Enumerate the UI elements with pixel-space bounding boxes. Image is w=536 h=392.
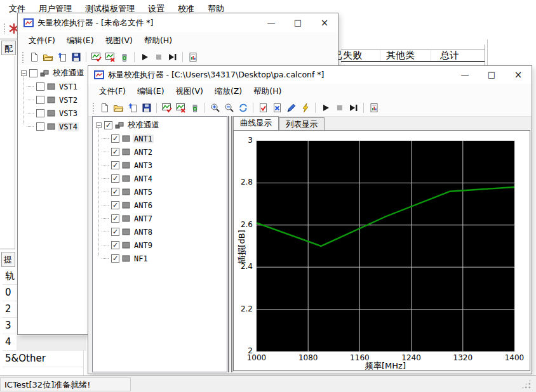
list-item[interactable]: 5&Other — [3, 351, 83, 367]
tree-item[interactable]: ✓ANT2 — [96, 145, 227, 159]
tree-item[interactable]: ✓ANT1 — [96, 132, 227, 145]
tree-root-label[interactable]: 校准通道 — [51, 68, 86, 79]
menu-edit[interactable]: 编辑(E) — [131, 86, 170, 97]
checkbox-checked[interactable]: ✓ — [111, 241, 119, 249]
tree-item-label[interactable]: ANT8 — [133, 228, 154, 237]
play-icon[interactable] — [319, 101, 332, 114]
tree-item[interactable]: ✓NF1 — [96, 252, 227, 265]
menu-help[interactable]: 帮助(H) — [138, 36, 178, 46]
step-icon[interactable] — [166, 51, 178, 63]
import-file-icon[interactable] — [126, 101, 138, 114]
collapse-icon[interactable]: − — [96, 122, 102, 128]
table-header-failed[interactable]: 失败 — [343, 49, 362, 62]
tree-item-label[interactable]: ANT4 — [133, 174, 154, 183]
chart-plot-area[interactable] — [257, 141, 514, 351]
tree-item[interactable]: ✓ANT3 — [96, 159, 227, 172]
chart-check-icon[interactable] — [90, 51, 102, 63]
report-icon[interactable] — [368, 101, 380, 114]
new-file-icon[interactable] — [98, 101, 111, 114]
refresh-icon[interactable] — [237, 101, 249, 114]
tree-item-label[interactable]: ANT5 — [133, 188, 154, 197]
checkbox-checked[interactable]: ✓ — [111, 228, 119, 236]
tree-item[interactable]: ✓ANT8 — [96, 225, 227, 238]
tree-item-label[interactable]: VST3 — [58, 109, 79, 118]
pen-icon[interactable] — [285, 101, 297, 114]
tab-curve-display[interactable]: 曲线显示 — [233, 116, 279, 130]
chart-x-icon[interactable] — [175, 101, 187, 114]
checkbox-unchecked[interactable] — [36, 122, 44, 131]
tree-item-label[interactable]: VST2 — [58, 96, 79, 105]
checkbox-unchecked[interactable] — [29, 69, 37, 77]
checkbox-unchecked[interactable] — [36, 82, 44, 91]
checkbox-checked[interactable]: ✓ — [111, 148, 119, 156]
menu-view[interactable]: 视图(V) — [170, 86, 209, 97]
recycle-icon[interactable] — [189, 101, 201, 114]
checkbox-checked[interactable]: ✓ — [111, 174, 119, 183]
checkbox-unchecked[interactable] — [36, 96, 44, 104]
tree-item-label[interactable]: VST1 — [58, 82, 79, 91]
doc-x-icon[interactable] — [271, 101, 283, 114]
checkbox-checked[interactable]: ✓ — [104, 121, 112, 129]
checkbox-unchecked[interactable] — [36, 109, 44, 117]
tree-item-label[interactable]: ANT3 — [133, 161, 154, 170]
menu-zoom[interactable]: 缩放(Z) — [209, 86, 248, 97]
import-file-icon[interactable] — [56, 51, 68, 63]
open-file-icon[interactable] — [42, 51, 54, 63]
stop-icon[interactable] — [152, 51, 164, 63]
checkbox-checked[interactable]: ✓ — [111, 134, 119, 143]
step-icon[interactable] — [347, 101, 359, 114]
scalar-titlebar[interactable]: 标量校准执行器 - [C:\Users\34317\Desktop\pa.cal… — [88, 66, 532, 84]
toolbar-gripper[interactable] — [22, 51, 24, 63]
toolbar-gripper[interactable] — [3, 23, 6, 34]
collapse-icon[interactable]: − — [21, 70, 27, 76]
maximize-button[interactable]: □ — [285, 13, 311, 32]
tree-item-label[interactable]: ANT9 — [133, 241, 154, 250]
save-icon[interactable] — [70, 51, 82, 63]
report-icon[interactable] — [187, 51, 199, 63]
tree-root-label[interactable]: 校准通道 — [126, 120, 161, 131]
tree-item[interactable]: ✓ANT9 — [96, 238, 227, 252]
new-file-icon[interactable] — [28, 51, 40, 63]
tree-item-label[interactable]: VST4 — [58, 122, 79, 131]
tree-item[interactable]: ✓ANT4 — [96, 172, 227, 185]
checkbox-checked[interactable]: ✓ — [111, 201, 119, 209]
tab-list-display[interactable]: 列表显示 — [279, 117, 325, 130]
open-file-icon[interactable] — [112, 101, 124, 114]
tree-item-label[interactable]: ANT1 — [133, 134, 154, 143]
maximize-button[interactable]: □ — [478, 66, 505, 84]
zoom-in-icon[interactable] — [209, 101, 221, 114]
table-header-other[interactable]: 其他类 — [386, 49, 415, 62]
minimize-button[interactable]: — — [452, 66, 478, 84]
chart-check-icon[interactable] — [161, 101, 173, 114]
close-button[interactable]: × — [505, 66, 532, 84]
tree-item-label[interactable]: ANT2 — [133, 148, 154, 157]
table-header-total[interactable]: 总计 — [440, 49, 459, 62]
menu-file[interactable]: 文件(F) — [23, 36, 61, 46]
tree-item-label[interactable]: NF1 — [133, 254, 149, 263]
play-icon[interactable] — [138, 51, 151, 63]
tree-item[interactable]: ✓ANT5 — [96, 185, 227, 199]
tree-item[interactable]: ✓ANT6 — [96, 199, 227, 212]
vector-titlebar[interactable]: 矢量校准执行器 - [未命名文件 *] — □ × — [18, 13, 338, 32]
tree-item-label[interactable]: ANT6 — [133, 201, 154, 210]
zoom-out-icon[interactable] — [223, 101, 235, 114]
checkbox-checked[interactable]: ✓ — [111, 214, 119, 223]
menu-edit[interactable]: 编辑(E) — [61, 36, 100, 46]
toolbar-gripper[interactable] — [92, 102, 95, 114]
menu-file[interactable]: 文件(F) — [93, 86, 131, 97]
menu-view[interactable]: 视图(V) — [100, 36, 138, 46]
lightning-icon[interactable] — [299, 101, 311, 114]
chart-x-icon[interactable] — [104, 51, 116, 63]
doc-check-icon[interactable] — [257, 101, 269, 114]
recycle-icon[interactable] — [118, 51, 130, 63]
checkbox-checked[interactable]: ✓ — [111, 188, 119, 196]
stop-icon[interactable] — [333, 101, 345, 114]
tree-root-row[interactable]: − ✓ 校准通道 — [96, 119, 227, 132]
menu-help[interactable]: 帮助(H) — [248, 86, 287, 97]
panel-splitter[interactable] — [228, 116, 232, 372]
checkbox-checked[interactable]: ✓ — [111, 161, 119, 169]
tab-hint[interactable]: 提 — [1, 252, 15, 267]
checkbox-checked[interactable]: ✓ — [111, 254, 119, 263]
save-icon[interactable] — [140, 101, 152, 114]
resize-grip[interactable] — [521, 379, 532, 389]
